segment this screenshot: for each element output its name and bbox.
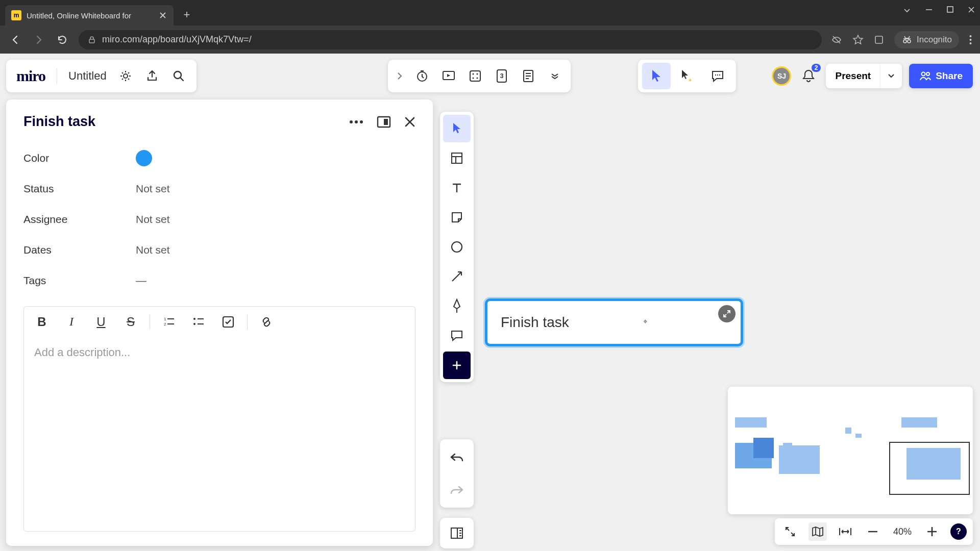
presentation-icon[interactable]: [441, 68, 456, 84]
link-button[interactable]: [253, 311, 280, 333]
minimap-shape: [845, 428, 851, 434]
extensions-icon[interactable]: [874, 35, 884, 45]
comment-tool-icon[interactable]: [443, 322, 471, 349]
nav-back-icon[interactable]: [8, 33, 22, 47]
tags-row[interactable]: Tags —: [23, 265, 415, 296]
assignee-label: Assignee: [23, 213, 136, 226]
user-avatar[interactable]: SJ: [772, 66, 791, 86]
svg-point-13: [473, 73, 474, 75]
window-controls: [903, 6, 975, 14]
connector-tool-icon[interactable]: [443, 263, 471, 290]
new-tab-button[interactable]: +: [178, 6, 196, 24]
close-window-icon[interactable]: [968, 6, 975, 14]
shape-tool-icon[interactable]: [443, 233, 471, 261]
assignee-row[interactable]: Assignee Not set: [23, 204, 415, 235]
status-row[interactable]: Status Not set: [23, 173, 415, 204]
svg-rect-32: [452, 153, 462, 163]
present-dropdown-icon[interactable]: [880, 64, 902, 88]
svg-rect-2: [875, 36, 883, 43]
estimation-icon[interactable]: 3: [494, 68, 509, 84]
maximize-icon[interactable]: [947, 6, 953, 14]
timer-icon[interactable]: [414, 68, 430, 84]
more-options-icon[interactable]: [349, 120, 363, 124]
zoom-in-icon[interactable]: [923, 522, 941, 541]
cursor-indicator-icon: ⌖: [643, 317, 647, 326]
notes-icon[interactable]: [521, 68, 536, 84]
redo-icon[interactable]: [443, 476, 471, 504]
select-tool-icon[interactable]: [443, 115, 471, 142]
frames-toggle[interactable]: [440, 518, 474, 548]
more-tools-icon[interactable]: [443, 352, 471, 379]
present-button[interactable]: Present: [826, 70, 880, 82]
reload-icon[interactable]: [55, 33, 69, 47]
canvas-card[interactable]: Finish task: [485, 298, 743, 346]
address-bar[interactable]: miro.com/app/board/uXjVMqk7Vtw=/: [79, 30, 822, 49]
miro-favicon: m: [11, 10, 21, 20]
description-input[interactable]: Add a description...: [23, 337, 415, 532]
history-toolbox: [440, 439, 474, 508]
color-swatch[interactable]: [136, 150, 152, 166]
text-tool-icon[interactable]: [443, 174, 471, 202]
zoom-out-icon[interactable]: [864, 522, 882, 541]
chevron-down-icon[interactable]: [903, 6, 911, 14]
svg-point-3: [903, 40, 906, 43]
svg-text:1: 1: [164, 317, 166, 321]
eye-off-icon[interactable]: [831, 34, 842, 45]
card-title[interactable]: Finish task: [23, 114, 95, 130]
fullscreen-icon[interactable]: [781, 522, 799, 541]
nav-forward-icon[interactable]: [32, 33, 46, 47]
dates-row[interactable]: Dates Not set: [23, 235, 415, 265]
share-button[interactable]: Share: [909, 64, 973, 88]
expand-panel-icon[interactable]: [377, 116, 391, 128]
notifications-button[interactable]: 2: [798, 66, 819, 86]
pen-tool-icon[interactable]: [443, 292, 471, 320]
select-cursor-icon[interactable]: [642, 63, 671, 89]
underline-button[interactable]: U: [87, 311, 115, 333]
svg-point-7: [970, 42, 972, 44]
tab-close-icon[interactable]: [158, 11, 167, 20]
voting-icon[interactable]: [468, 68, 483, 84]
italic-button[interactable]: I: [58, 311, 85, 333]
undo-icon[interactable]: [443, 443, 471, 471]
close-panel-icon[interactable]: [404, 116, 415, 128]
sticky-note-tool-icon[interactable]: [443, 204, 471, 231]
lock-icon: [88, 36, 96, 44]
fit-width-icon[interactable]: [836, 522, 854, 541]
bookmark-star-icon[interactable]: [852, 34, 864, 45]
svg-point-21: [926, 72, 929, 76]
zoom-percent[interactable]: 40%: [891, 527, 914, 537]
strikethrough-button[interactable]: S: [117, 311, 144, 333]
description-placeholder: Add a description...: [34, 346, 130, 359]
comment-icon[interactable]: [703, 63, 732, 89]
search-icon[interactable]: [171, 68, 186, 84]
canvas-band-yellow: [433, 207, 739, 293]
unordered-list-button[interactable]: [185, 311, 212, 333]
help-button[interactable]: ?: [950, 523, 967, 540]
notification-badge: 2: [812, 64, 821, 72]
magic-cursor-icon[interactable]: [673, 63, 701, 89]
settings-gear-icon[interactable]: [118, 68, 133, 84]
browser-tab[interactable]: m Untitled, Online Whiteboard for: [5, 5, 174, 26]
templates-tool-icon[interactable]: [443, 144, 471, 172]
bold-button[interactable]: B: [28, 311, 56, 333]
share-label: Share: [936, 70, 963, 82]
chevron-right-icon[interactable]: [396, 71, 403, 81]
incognito-badge[interactable]: Incognito: [894, 31, 959, 48]
miro-logo[interactable]: miro: [16, 67, 45, 85]
svg-text:2: 2: [164, 322, 166, 327]
checklist-button[interactable]: [214, 311, 242, 333]
minimap[interactable]: [728, 387, 973, 514]
browser-menu-icon[interactable]: [969, 35, 972, 45]
ordered-list-button[interactable]: 12: [155, 311, 183, 333]
apps-more-chevron-icon[interactable]: [547, 68, 562, 84]
minimize-icon[interactable]: [925, 6, 933, 14]
app-viewport: or miro Untitled 3 SJ 2 Present: [0, 54, 980, 551]
minimap-shape: [901, 417, 937, 428]
minimap-viewport[interactable]: [889, 442, 970, 495]
board-name[interactable]: Untitled: [68, 69, 107, 83]
export-icon[interactable]: [144, 68, 160, 84]
card-expand-icon[interactable]: [718, 305, 736, 322]
tab-title: Untitled, Online Whiteboard for: [27, 11, 153, 20]
minimap-toggle-icon[interactable]: [808, 522, 827, 541]
color-row[interactable]: Color: [23, 143, 415, 173]
